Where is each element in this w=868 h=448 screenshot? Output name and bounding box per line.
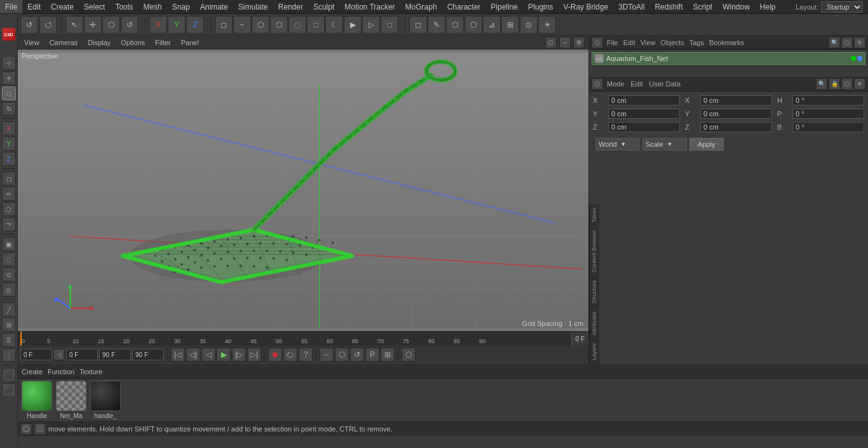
render-btn[interactable]: ▶ bbox=[344, 16, 362, 34]
help-btn[interactable]: ? bbox=[299, 348, 313, 362]
attr-icon[interactable]: ⬡ bbox=[592, 78, 603, 90]
menu-character[interactable]: Character bbox=[442, 0, 486, 13]
material-handle[interactable]: Handle bbox=[22, 381, 52, 419]
attr-lock-icon[interactable]: 🔒 bbox=[829, 78, 840, 90]
tool-axis-z[interactable]: Z bbox=[2, 152, 16, 166]
tool-camera[interactable]: ⊙ bbox=[2, 268, 16, 282]
mat-create-menu[interactable]: Create bbox=[22, 368, 43, 376]
attr-p-value[interactable]: 0 ° bbox=[792, 109, 864, 119]
menu-file[interactable]: File bbox=[0, 0, 22, 13]
tool-brush[interactable]: S bbox=[2, 333, 16, 347]
vp-display-menu[interactable]: Display bbox=[85, 39, 113, 46]
next-key-btn[interactable]: |▷ bbox=[232, 348, 246, 362]
undo-button[interactable]: ↺ bbox=[20, 16, 38, 34]
viewport-extra-btn[interactable]: ⬡ bbox=[465, 16, 482, 34]
menu-3dtoall[interactable]: 3DToAll bbox=[613, 0, 649, 13]
objects-view-menu[interactable]: View bbox=[641, 39, 656, 46]
viewport-hex-btn[interactable]: ⬡ bbox=[446, 16, 464, 34]
go-end-btn[interactable]: ▷| bbox=[247, 348, 261, 362]
vp-cameras-menu[interactable]: Cameras bbox=[47, 39, 81, 46]
render-region-btn[interactable]: ▷ bbox=[362, 16, 380, 34]
record-btn[interactable]: ⏺ bbox=[268, 348, 282, 362]
vp-lock-icon[interactable]: ↔ bbox=[559, 37, 571, 48]
select-arrow-btn[interactable]: ↖ bbox=[65, 16, 83, 34]
prev-key-btn[interactable]: ◁| bbox=[186, 348, 200, 362]
menu-render[interactable]: Render bbox=[273, 0, 308, 13]
tool-extra2[interactable]: ⬛ bbox=[2, 383, 16, 397]
menu-pipeline[interactable]: Pipeline bbox=[485, 0, 523, 13]
objects-file-menu[interactable]: File bbox=[607, 39, 618, 46]
light-btn[interactable]: ◌ bbox=[288, 16, 306, 34]
camera-btn[interactable]: □ bbox=[307, 16, 325, 34]
render-preview-btn[interactable]: □ bbox=[381, 16, 398, 34]
move-key-btn[interactable]: ↔ bbox=[320, 348, 334, 362]
menu-window[interactable]: Window bbox=[717, 0, 755, 13]
attr-edit-tab[interactable]: Edit bbox=[628, 80, 646, 88]
objects-objects-menu[interactable]: Objects bbox=[660, 39, 684, 46]
tool-deform[interactable]: ⋮ bbox=[2, 348, 16, 362]
axis-x-btn[interactable]: X bbox=[149, 16, 167, 34]
attr-y2-value[interactable]: 0 cm bbox=[700, 109, 772, 119]
attr-close-icon[interactable]: ✕ bbox=[854, 78, 865, 90]
go-start-btn[interactable]: |◁ bbox=[171, 348, 185, 362]
menu-help[interactable]: Help bbox=[755, 0, 781, 13]
axis-z-btn[interactable]: Z bbox=[186, 16, 204, 34]
bottom-icon-2[interactable]: □ bbox=[34, 423, 46, 435]
tool-snap-btn[interactable]: ⊞ bbox=[2, 318, 16, 332]
timeline-ruler[interactable]: 0 5 10 15 20 25 30 35 40 45 50 55 bbox=[18, 332, 588, 346]
viewport-light2-btn[interactable]: ☀ bbox=[538, 16, 556, 34]
menu-mograph[interactable]: MoGraph bbox=[400, 0, 442, 13]
menu-plugins[interactable]: Plugins bbox=[523, 0, 558, 13]
vp-filter-menu[interactable]: Filter bbox=[153, 39, 173, 46]
attr-userdata-tab[interactable]: User Data bbox=[647, 80, 684, 88]
rp-expand-icon[interactable]: ⬡ bbox=[841, 37, 853, 48]
viewport-pen-btn[interactable]: ✎ bbox=[428, 16, 445, 34]
tool-scale[interactable]: ⬡ bbox=[2, 86, 16, 100]
attr-x-value[interactable]: 0 cm bbox=[608, 95, 680, 105]
material-net[interactable]: Net_Ma bbox=[56, 381, 86, 419]
prev-frame-btn[interactable]: ◁ bbox=[53, 349, 65, 360]
mat-function-menu[interactable]: Function bbox=[48, 368, 74, 376]
content-browser-tab[interactable]: Content Browser bbox=[590, 226, 599, 276]
3d-viewport[interactable]: Perspective Grid Spacing : 1 cm bbox=[18, 50, 588, 331]
select-move-btn[interactable]: ✛ bbox=[84, 16, 102, 34]
menu-create[interactable]: Create bbox=[46, 0, 79, 13]
timeline-expand-btn[interactable]: ⬡ bbox=[402, 348, 416, 362]
select-rotate-btn[interactable]: ↺ bbox=[121, 16, 139, 34]
tool-select2[interactable]: ▣ bbox=[2, 237, 16, 251]
viewport-grid-btn[interactable]: ⊞ bbox=[501, 16, 519, 34]
tool-object[interactable]: ◻ bbox=[2, 172, 16, 186]
keyframe-btn[interactable]: P bbox=[365, 348, 379, 362]
tool-extra1[interactable]: ⬛ bbox=[2, 368, 16, 382]
menu-motion-tracker[interactable]: Motion Tracker bbox=[339, 0, 400, 13]
objects-tags-menu[interactable]: Tags bbox=[689, 39, 704, 46]
tool-rotate[interactable]: ↻ bbox=[2, 102, 16, 116]
obj-dot-blue[interactable] bbox=[857, 56, 862, 61]
play-btn[interactable]: ▶ bbox=[217, 348, 231, 362]
vp-view-menu[interactable]: View bbox=[22, 39, 42, 46]
attr-h-value[interactable]: 0 ° bbox=[792, 95, 864, 105]
object-btn[interactable]: ◻ bbox=[215, 16, 233, 34]
menu-sculpt[interactable]: Sculpt bbox=[308, 0, 339, 13]
menu-select[interactable]: Select bbox=[79, 0, 110, 13]
play-back-btn[interactable]: ◁ bbox=[201, 348, 215, 362]
attr-search-icon[interactable]: 🔍 bbox=[816, 78, 827, 90]
tool-magnet[interactable]: ◌ bbox=[2, 252, 16, 266]
axis-y-btn[interactable]: Y bbox=[168, 16, 186, 34]
bone-btn[interactable]: ☾ bbox=[325, 16, 343, 34]
vp-options-menu[interactable]: Options bbox=[118, 39, 147, 46]
tool-select[interactable]: ⊹ bbox=[2, 56, 16, 70]
scene-object-aquarium-fish-net[interactable]: L0 Aquarium_Fish_Net bbox=[592, 52, 865, 65]
menu-snap[interactable]: Snap bbox=[167, 0, 195, 13]
generator-btn[interactable]: ⬡ bbox=[252, 16, 269, 34]
menu-simulate[interactable]: Simulate bbox=[233, 0, 273, 13]
material-handle2[interactable]: handle_ bbox=[90, 381, 121, 419]
select-scale-btn[interactable]: ⬡ bbox=[102, 16, 120, 34]
viewport-cam-btn[interactable]: ⊙ bbox=[520, 16, 538, 34]
attributes-tab[interactable]: Attributes bbox=[590, 308, 599, 339]
attr-b-value[interactable]: 0 ° bbox=[792, 122, 864, 132]
tool-axis-y[interactable]: Y bbox=[2, 137, 16, 151]
viewport-cube-btn[interactable]: ◻ bbox=[409, 16, 427, 34]
bottom-icon-1[interactable]: ⬡ bbox=[20, 423, 32, 435]
attr-z2-value[interactable]: 0 cm bbox=[700, 122, 772, 132]
